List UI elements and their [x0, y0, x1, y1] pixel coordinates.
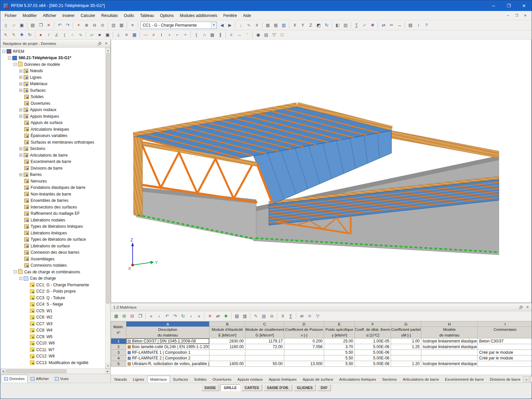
line-tool-icon[interactable]: /	[45, 31, 53, 39]
column-header-description[interactable]: Descriptiondu matériau	[126, 327, 209, 338]
tree-item-cc7-w3[interactable]: CC7: W3	[0, 321, 105, 327]
row-number[interactable]: 5	[111, 361, 126, 367]
column-letter-E[interactable]: E	[324, 322, 355, 327]
menu-afficher[interactable]: Afficher	[40, 11, 59, 20]
tree-item-rfem[interactable]: -RFEM	[0, 48, 105, 55]
cell-r3-D[interactable]	[284, 350, 324, 355]
opening-tool-icon[interactable]: ▣	[104, 31, 111, 39]
cell-r2-D[interactable]: 7.056	[284, 344, 324, 350]
menu-aide[interactable]: Aide	[240, 11, 254, 20]
menu-fichier[interactable]: Fichier	[2, 11, 20, 20]
zoom-window-icon[interactable]: ⊙	[99, 21, 106, 29]
collapse-icon[interactable]: -	[14, 270, 17, 273]
row-number[interactable]: 1	[111, 338, 126, 344]
workplane-icon[interactable]: ▥	[280, 21, 288, 29]
status-toggle-glignes[interactable]: GLIGNES	[294, 384, 316, 391]
comment-tool-icon[interactable]: "	[243, 31, 251, 39]
show-loads-icon[interactable]: ↓	[237, 21, 245, 29]
tree-item-liberations-de-surface[interactable]: Libérations de surface	[0, 243, 105, 249]
member-set-icon[interactable]: {	[193, 31, 200, 39]
intersection-icon[interactable]: ∩	[200, 31, 208, 39]
cell-r1-H[interactable]: Isotrope linéairement élastique	[421, 338, 478, 344]
release-icon[interactable]: ∥	[216, 31, 224, 39]
scroll-down-icon[interactable]: ▼	[105, 363, 110, 368]
scroll-left-icon[interactable]: ◀	[0, 369, 6, 374]
view-y-icon[interactable]: Y	[299, 21, 307, 29]
next-row-icon[interactable]: ›	[187, 312, 195, 320]
column-letter-D[interactable]: D	[284, 322, 324, 327]
tree-item-cc6-w2[interactable]: CC6: W2	[0, 314, 105, 321]
spellcheck-icon[interactable]: ab	[298, 312, 306, 320]
collapse-icon[interactable]: -	[8, 57, 11, 60]
previous-load-case-icon[interactable]: ◀	[218, 21, 226, 29]
material-number-header[interactable]: Matér.n°	[111, 322, 126, 338]
collapse-icon[interactable]: -	[19, 277, 22, 280]
cell-r2-H[interactable]: Isotrope linéairement élastique	[421, 344, 478, 350]
eccentricity-tool-icon[interactable]: ⌐	[174, 31, 181, 39]
insert-row-icon[interactable]: ⊞	[120, 312, 128, 320]
expand-icon[interactable]: +	[19, 82, 22, 85]
cell-r1-D[interactable]: 0.200	[284, 338, 324, 344]
modules-icon[interactable]: ❖	[369, 21, 376, 29]
status-toggle-saisie-d-ob[interactable]: SAISIE D'OB.	[264, 384, 292, 391]
column-letter-B[interactable]: B	[209, 322, 245, 327]
cell-r3-G[interactable]	[391, 350, 421, 355]
collapse-icon[interactable]: -	[2, 50, 5, 53]
table-tab-n-uds[interactable]: Nœuds	[111, 376, 130, 383]
tree-item-cc11-w7[interactable]: CC11: W7	[0, 346, 105, 353]
cell-r5-B[interactable]: 1400.00	[209, 361, 245, 367]
rib-tool-icon[interactable]: ≠	[150, 31, 157, 39]
polyline-tool-icon[interactable]: ∠	[53, 31, 61, 39]
column-header-modele[interactable]: Modèlede matériau	[421, 327, 478, 338]
menu-outils[interactable]: Outils	[121, 11, 137, 20]
expand-icon[interactable]: +	[19, 147, 22, 150]
tree-horizontal-scrollbar[interactable]: ◀ ▶	[0, 368, 110, 374]
navigator-tab-donnees[interactable]: Données	[1, 375, 28, 383]
calculate-icon[interactable]: ∑	[353, 21, 360, 29]
cell-r2-F[interactable]: 5.00E-06	[355, 344, 391, 350]
flashlight-icon[interactable]: ✦	[75, 21, 82, 29]
tree-item-fondations-elastiques-de-barre[interactable]: Fondations élastiques de barre	[0, 185, 105, 191]
print-icon[interactable]: ▤	[29, 21, 37, 29]
status-toggle-saisie[interactable]: SAISIE	[201, 384, 219, 391]
circle-tool-icon[interactable]: ○	[69, 31, 76, 39]
cell-r3-B[interactable]	[209, 350, 245, 355]
cell-r4-C[interactable]	[245, 355, 284, 361]
status-toggle-grille[interactable]: GRILLE	[220, 384, 240, 391]
tree-item-cc8-w4[interactable]: CC8: W4	[0, 327, 105, 334]
mesh-icon[interactable]: ▨	[342, 21, 349, 29]
tree-item-articulations-lineiques[interactable]: Articulations linéiques	[0, 126, 105, 133]
view-x-icon[interactable]: X	[291, 21, 299, 29]
tree-item-surfaces[interactable]: +Surfaces	[0, 87, 105, 94]
tree-item-cc4-s-neige[interactable]: CC4: S - Neige	[0, 301, 105, 308]
delete-icon[interactable]: ✕	[45, 21, 53, 29]
cell-r1-I[interactable]: Beton C30/37	[478, 338, 532, 344]
column-letter-I[interactable]: I	[478, 322, 532, 327]
tree-item-donnees-de-modele[interactable]: -Données de modèle	[0, 61, 105, 68]
row-number[interactable]: 3	[111, 350, 126, 355]
column-header-coefficient-de-poisson[interactable]: Coefficient de Poissonν [-]	[284, 327, 324, 338]
tree-item-surfaces-et-membranes-orthotropes[interactable]: Surfaces et membranes orthotropes	[0, 139, 105, 146]
section-cut-icon[interactable]: ✂	[388, 21, 395, 29]
rotate-view-icon[interactable]: ↻	[323, 21, 331, 29]
redo-icon[interactable]: ↷	[64, 21, 71, 29]
tree-item-intersections-des-surfaces[interactable]: Intersections des surfaces	[0, 204, 105, 210]
undo-table-icon[interactable]: ↶	[163, 312, 171, 320]
edit-object-icon[interactable]: ✎	[10, 31, 18, 39]
expand-icon[interactable]: +	[19, 173, 22, 176]
table-tab-appuis-lineiques[interactable]: Appuis linéiques	[266, 376, 300, 383]
redo-table-icon[interactable]: ↷	[171, 312, 179, 320]
next-load-case-icon[interactable]: ▶	[226, 21, 234, 29]
spline-tool-icon[interactable]: ∿	[77, 31, 84, 39]
copy-row-icon[interactable]: ❐	[136, 312, 144, 320]
previous-table-tab-icon[interactable]: ‹	[530, 376, 532, 382]
tree-item-materiaux[interactable]: +Matériaux	[0, 81, 105, 87]
cell-r1-B[interactable]: 2830.00	[209, 338, 245, 344]
cell-r2-E[interactable]: 3.70	[324, 344, 355, 350]
tree-vertical-scrollbar[interactable]: ▲ ▼	[105, 48, 110, 368]
rotate-objects-icon[interactable]: ↻	[26, 31, 34, 39]
cell-r5-E[interactable]: 5.50	[324, 361, 355, 367]
cell-r5-F[interactable]: 5.00E-06	[355, 361, 391, 367]
cell-r3-I[interactable]: Créé par le module	[478, 350, 532, 355]
pointer-icon[interactable]: ↖	[2, 31, 10, 39]
